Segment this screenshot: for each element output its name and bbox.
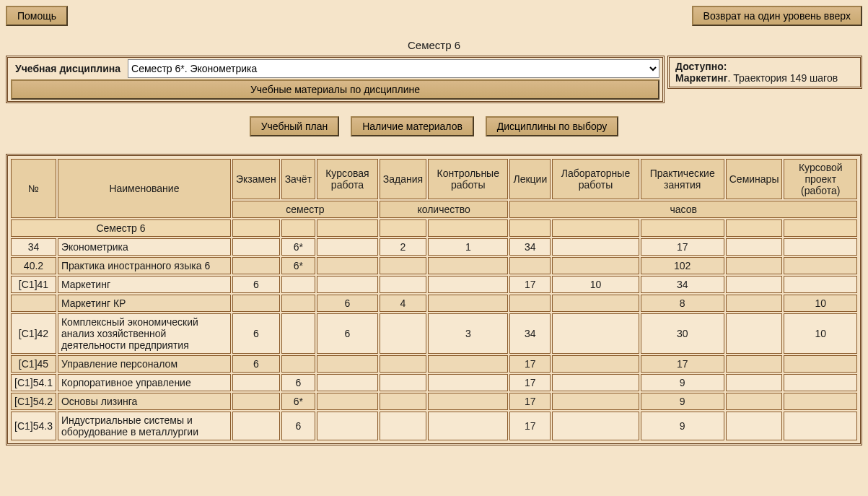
cell-lec: 17 (509, 276, 551, 293)
cell-pract: 17 (641, 238, 724, 256)
cell-num: [С1]54.2 (11, 393, 56, 410)
cell-cw (317, 374, 378, 391)
cell-num: [С1]54.1 (11, 374, 56, 391)
cell-ctrl: 3 (428, 313, 508, 354)
cell-sem (726, 276, 783, 293)
cell-pract: 17 (641, 355, 724, 373)
cell-pass: 6* (281, 257, 315, 274)
discipline-select[interactable]: Семестр 6*. Эконометрика (128, 59, 659, 78)
band-count: количество (380, 201, 509, 218)
table-row: [С1]41Маркетинг6171034 (11, 276, 857, 293)
cell-pass: 6* (281, 238, 315, 256)
discipline-panel: Учебная дисциплина Семестр 6*. Эконометр… (6, 56, 665, 103)
cell-exam (232, 393, 280, 410)
cell-sem (726, 374, 783, 391)
cell-pass: 6* (281, 393, 315, 410)
cell-lec: 34 (509, 238, 551, 256)
table-row: 40.2Практика иностранного языка 66*102 (11, 257, 857, 274)
table-row: [С1]54.3Индустриальные системы и оборудо… (11, 412, 857, 440)
cell-name: Маркетинг КР (58, 295, 231, 312)
cell-exam: 6 (232, 276, 280, 293)
cell-num: 34 (11, 238, 56, 256)
cell-pract: 9 (641, 374, 724, 391)
table-row: [С1]54.2Основы лизинга6*179 (11, 393, 857, 410)
col-coursework: Курсовая работа (317, 159, 378, 199)
cell-pass: 6 (281, 374, 315, 391)
cell-name: Комплексный экономический анализ хозяйст… (58, 313, 231, 354)
table-row: 34Эконометрика6*213417 (11, 238, 857, 256)
back-up-button[interactable]: Возврат на один уровень вверх (692, 6, 862, 26)
cell-exam (232, 412, 280, 440)
cell-proj (784, 412, 857, 440)
cell-cw (317, 393, 378, 410)
cell-exam: 6 (232, 313, 280, 354)
cell-lab (552, 295, 639, 312)
col-num: № (11, 159, 56, 218)
available-detail: . Траектория 149 шагов (728, 72, 838, 84)
elective-disciplines-button[interactable]: Дисциплины по выбору (486, 116, 619, 136)
cell-exam: 6 (232, 355, 280, 373)
cell-ctrl (428, 412, 508, 440)
cell-tasks (380, 257, 426, 274)
cell-cw (317, 355, 378, 373)
cell-name: Маркетинг (58, 276, 231, 293)
table-row: [С1]45Управление персоналом61717 (11, 355, 857, 373)
col-tasks: Задания (380, 159, 426, 199)
cell-ctrl (428, 276, 508, 293)
cell-tasks: 4 (380, 295, 426, 312)
col-practice: Практические занятия (641, 159, 724, 199)
cell-num: 40.2 (11, 257, 56, 274)
cell-cw: 6 (317, 313, 378, 354)
cell-tasks (380, 393, 426, 410)
col-exam: Экзамен (232, 159, 280, 199)
cell-exam (232, 257, 280, 274)
cell-proj (784, 355, 857, 373)
cell-tasks (380, 374, 426, 391)
cell-sem (726, 355, 783, 373)
cell-lec: 17 (509, 393, 551, 410)
cell-sem (726, 412, 783, 440)
cell-lec (509, 295, 551, 312)
cell-proj: 10 (784, 295, 857, 312)
cell-num (11, 295, 56, 312)
cell-cw (317, 412, 378, 440)
cell-pract: 34 (641, 276, 724, 293)
available-subject: Маркетинг (675, 72, 728, 84)
cell-pract: 9 (641, 393, 724, 410)
cell-proj (784, 238, 857, 256)
cell-num: [С1]41 (11, 276, 56, 293)
cell-tasks: 2 (380, 238, 426, 256)
col-lab: Лабораторные работы (552, 159, 639, 199)
cell-pract: 102 (641, 257, 724, 274)
available-box: Доступно: Маркетинг. Траектория 149 шаго… (667, 56, 862, 89)
discipline-materials-button[interactable]: Учебные материалы по дисциплине (11, 79, 659, 100)
cell-lab: 10 (552, 276, 639, 293)
cell-lec: 17 (509, 374, 551, 391)
cell-num: [С1]45 (11, 355, 56, 373)
cell-name: Основы лизинга (58, 393, 231, 410)
cell-lab (552, 313, 639, 354)
cell-name: Индустриальные системы и оборудование в … (58, 412, 231, 440)
cell-cw (317, 238, 378, 256)
col-name: Наименование (58, 159, 231, 218)
materials-availability-button[interactable]: Наличие материалов (351, 116, 474, 136)
col-control: Контрольные работы (428, 159, 508, 199)
study-plan-button[interactable]: Учебный план (250, 116, 340, 136)
study-plan-table: № Наименование Экзамен Зачёт Курсовая ра… (9, 157, 859, 442)
cell-ctrl: 1 (428, 238, 508, 256)
col-project: Курсовой проект (работа) (784, 159, 857, 199)
col-lectures: Лекции (509, 159, 551, 199)
cell-name: Эконометрика (58, 238, 231, 256)
cell-lab (552, 393, 639, 410)
help-button[interactable]: Помощь (6, 6, 68, 26)
col-seminars: Семинары (726, 159, 783, 199)
cell-lec: 17 (509, 412, 551, 440)
cell-name: Корпоративное управление (58, 374, 231, 391)
cell-sem (726, 313, 783, 354)
cell-num: [С1]54.3 (11, 412, 56, 440)
cell-pass (281, 313, 315, 354)
semester-group-label: Семестр 6 (11, 219, 231, 237)
band-semester: семестр (232, 201, 378, 218)
cell-tasks (380, 313, 426, 354)
cell-pract: 8 (641, 295, 724, 312)
